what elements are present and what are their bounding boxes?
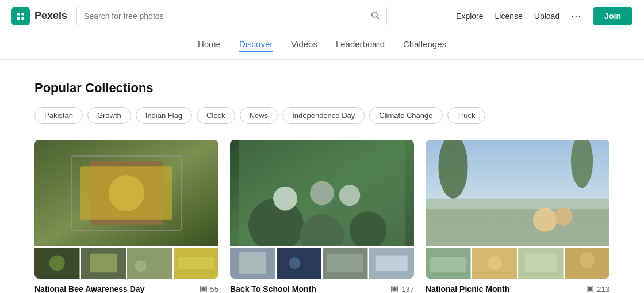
collection-count-icon <box>586 285 594 293</box>
collection-name: National Bee Awareness Day <box>34 284 144 293</box>
tag-item[interactable]: Growth <box>87 107 131 124</box>
nav-discover[interactable]: Discover <box>239 39 273 52</box>
more-options-button[interactable]: ··· <box>571 10 581 22</box>
svg-rect-62 <box>588 287 589 288</box>
collection-card[interactable]: National Picnic Month 213 <box>425 140 610 293</box>
collection-thumb <box>174 248 219 279</box>
collection-thumb <box>425 248 471 279</box>
svg-rect-58 <box>525 254 557 272</box>
logo-text: Pexels <box>34 10 67 22</box>
svg-rect-22 <box>202 290 203 291</box>
collection-name: National Picnic Month <box>425 284 509 293</box>
svg-rect-21 <box>204 287 205 288</box>
collection-thumb <box>127 248 172 279</box>
svg-point-16 <box>135 260 146 272</box>
svg-point-9 <box>109 175 145 211</box>
collection-thumb <box>472 248 518 279</box>
svg-rect-43 <box>395 287 396 288</box>
collection-thumb <box>34 248 80 279</box>
search-input[interactable] <box>84 12 366 21</box>
header: Pexels Explore License Upload ··· Join <box>0 0 644 32</box>
svg-point-60 <box>579 252 595 268</box>
search-button[interactable] <box>370 10 379 22</box>
collection-thumb <box>81 248 126 279</box>
svg-point-4 <box>372 12 377 17</box>
collection-count: 55 <box>200 285 218 294</box>
svg-rect-54 <box>430 257 466 272</box>
svg-rect-18 <box>178 257 214 269</box>
tag-item[interactable]: News <box>240 107 278 124</box>
svg-point-31 <box>310 181 334 206</box>
section-title: Popular Collections <box>34 81 610 96</box>
collection-info: Back To School Month 137 <box>230 284 414 293</box>
collection-card[interactable]: National Bee Awareness Day 55 <box>34 140 218 293</box>
tag-item[interactable]: Truck <box>447 107 485 124</box>
svg-point-12 <box>49 256 65 271</box>
svg-rect-15 <box>127 248 172 279</box>
collection-thumb <box>230 248 275 279</box>
collection-main-image <box>230 140 414 246</box>
collection-count: 213 <box>586 285 610 294</box>
search-bar <box>76 6 387 26</box>
nav-leaderboard[interactable]: Leaderboard <box>336 39 385 52</box>
collection-count-icon <box>390 285 398 293</box>
collection-name: Back To School Month <box>230 284 316 293</box>
tag-item[interactable]: Pakistan <box>34 107 83 124</box>
svg-point-30 <box>273 187 297 211</box>
svg-point-51 <box>533 208 557 232</box>
svg-line-5 <box>377 17 379 19</box>
svg-rect-38 <box>327 254 363 272</box>
license-link[interactable]: License <box>495 12 523 21</box>
main-nav: Home Discover Videos Leaderboard Challen… <box>0 32 644 60</box>
svg-rect-64 <box>588 290 589 291</box>
tags-container: PakistanGrowthIndian FlagClockNewsIndepe… <box>34 107 610 124</box>
collection-thumbnails <box>425 248 610 279</box>
svg-rect-45 <box>395 290 396 291</box>
pexels-logo-icon <box>12 7 30 25</box>
svg-rect-44 <box>393 290 394 291</box>
collections-grid: National Bee Awareness Day 55 Back To Sc… <box>34 140 610 293</box>
svg-rect-63 <box>591 287 592 288</box>
svg-rect-48 <box>425 209 610 246</box>
tag-item[interactable]: Climate Change <box>369 107 442 124</box>
svg-rect-40 <box>375 256 407 271</box>
nav-challenges[interactable]: Challenges <box>403 39 446 52</box>
nav-videos[interactable]: Videos <box>291 39 317 52</box>
svg-rect-20 <box>202 287 203 288</box>
collection-thumb <box>323 248 368 279</box>
collection-thumbnails <box>230 248 414 279</box>
tag-item[interactable]: Indian Flag <box>136 107 192 124</box>
svg-rect-65 <box>591 290 592 291</box>
collection-thumb <box>277 248 322 279</box>
svg-rect-14 <box>90 254 117 272</box>
svg-rect-34 <box>239 252 266 274</box>
header-right: Explore License Upload ··· Join <box>456 7 632 25</box>
svg-point-36 <box>289 257 300 269</box>
explore-link[interactable]: Explore <box>456 12 483 21</box>
svg-rect-2 <box>17 17 20 20</box>
collection-main-image <box>425 140 610 246</box>
tag-item[interactable]: Independence Day <box>282 107 365 124</box>
collection-thumb <box>565 248 610 279</box>
upload-link[interactable]: Upload <box>534 12 559 21</box>
svg-point-32 <box>339 185 361 206</box>
logo-area[interactable]: Pexels <box>12 7 67 25</box>
collection-thumb <box>369 248 415 279</box>
collection-count-icon <box>200 285 208 293</box>
svg-rect-3 <box>22 17 25 20</box>
svg-rect-1 <box>22 13 25 16</box>
join-button[interactable]: Join <box>593 7 632 25</box>
tag-item[interactable]: Clock <box>197 107 235 124</box>
collection-thumb <box>518 248 564 279</box>
collection-count: 137 <box>390 285 414 294</box>
svg-point-56 <box>488 256 501 270</box>
svg-rect-42 <box>393 287 394 288</box>
svg-rect-0 <box>17 13 20 16</box>
svg-rect-23 <box>204 290 205 291</box>
collection-info: National Bee Awareness Day 55 <box>34 284 218 293</box>
nav-home[interactable]: Home <box>198 39 221 52</box>
svg-point-52 <box>554 208 572 226</box>
collection-thumbnails <box>34 248 218 279</box>
main-content: Popular Collections PakistanGrowthIndian… <box>0 60 644 293</box>
collection-card[interactable]: Back To School Month 137 <box>230 140 414 293</box>
